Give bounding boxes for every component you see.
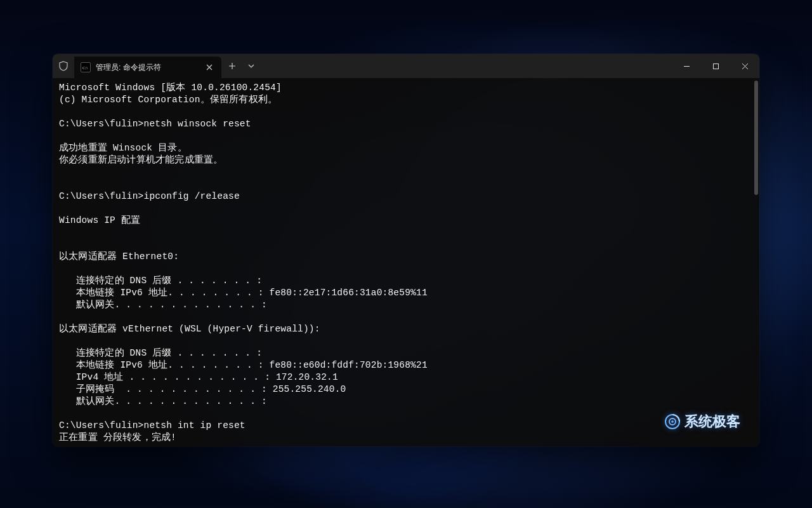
window-titlebar[interactable]: C:\ 管理员: 命令提示符: [53, 54, 759, 78]
terminal-window: C:\ 管理员: 命令提示符: [53, 54, 759, 446]
titlebar-drag-area[interactable]: [259, 54, 672, 78]
new-tab-button[interactable]: [221, 54, 243, 78]
tab-dropdown-button[interactable]: [243, 54, 259, 78]
maximize-button[interactable]: [701, 54, 730, 78]
tab-title: 管理员: 命令提示符: [96, 62, 199, 73]
svg-text:C:\: C:\: [82, 65, 88, 70]
scrollbar-thumb[interactable]: [754, 81, 758, 195]
tab-cmd[interactable]: C:\ 管理员: 命令提示符: [74, 57, 221, 78]
cmd-icon: C:\: [81, 62, 91, 72]
svg-rect-1: [713, 64, 718, 69]
close-button[interactable]: [730, 54, 759, 78]
admin-shield-icon: [53, 54, 74, 78]
terminal-output: Microsoft Windows [版本 10.0.26100.2454] (…: [59, 82, 753, 444]
tab-close-button[interactable]: [204, 62, 215, 73]
minimize-button[interactable]: [672, 54, 701, 78]
terminal-body[interactable]: Microsoft Windows [版本 10.0.26100.2454] (…: [53, 78, 759, 446]
